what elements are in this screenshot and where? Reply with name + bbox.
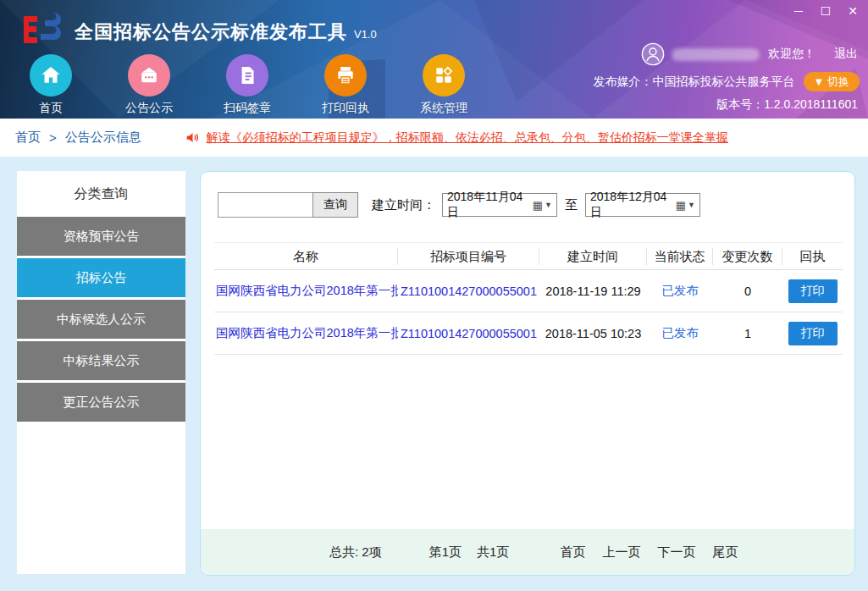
close-icon[interactable]: ✕ [846, 3, 860, 19]
main-nav: 首页 公告公示 [2, 54, 493, 116]
home-icon [30, 54, 72, 97]
date-to-picker[interactable]: 2018年12月04日 ▦ ▼ [585, 193, 700, 217]
change-count: 1 [713, 327, 782, 340]
pagination-last-button[interactable]: 尾页 [712, 544, 738, 561]
column-header-created: 建立时间 [539, 248, 647, 265]
app-title: 全国招标公告公示标准发布工具 [75, 19, 347, 45]
welcome-text: 欢迎您！ [768, 47, 815, 62]
announcement-icon [128, 54, 170, 97]
sidebar-title: 分类查询 [17, 171, 185, 217]
column-header-project-no: 招标项目编号 [398, 248, 539, 265]
notice-link[interactable]: 解读《必须招标的工程项目规定》，招标限额、依法必招、总承包、分包、暂估价招标一堂… [207, 130, 728, 146]
date-to-value: 2018年12月04日 [590, 190, 676, 220]
pagination-first-button[interactable]: 首页 [560, 544, 585, 561]
version-value: 1.2.0.2018111601 [764, 97, 858, 111]
maximize-icon[interactable]: ☐ [819, 3, 832, 19]
sidebar-item-candidate-publicity[interactable]: 中标候选人公示 [17, 300, 185, 339]
date-to-label: 至 [565, 197, 578, 213]
publish-media-row: 发布媒介： 中国招标投标公共服务平台 ▼ 切换 [594, 72, 860, 91]
category-sidebar: 分类查询 资格预审公告 招标公告 中标候选人公示 中标结果公示 更正公告公示 [17, 171, 185, 574]
created-time: 2018-11-05 10:23 [539, 327, 647, 340]
breadcrumb-current: 公告公示信息 [65, 130, 141, 146]
date-range-label: 建立时间： [372, 197, 435, 213]
nav-label: 打印回执 [322, 101, 369, 116]
title-wrap: 全国招标公告公示标准发布工具 V1.0 [75, 19, 377, 45]
date-from-picker[interactable]: 2018年11月04日 ▦ ▼ [442, 193, 557, 217]
scan-sign-icon [226, 54, 268, 97]
pagination-bar: 总共: 2项 第1页 共1页 首页 上一页 下一页 尾页 [201, 529, 854, 575]
table-header-row: 名称 招标项目编号 建立时间 当前状态 变更次数 回执 [214, 242, 843, 270]
breadcrumb-home[interactable]: 首页 [15, 130, 41, 146]
search-button[interactable]: 查询 [312, 192, 358, 218]
window-controls: ─ ☐ ✕ [792, 3, 860, 19]
pagination-current-page: 第1页 [429, 544, 462, 561]
version-row: 版本号：1.2.0.2018111601 [716, 97, 858, 113]
switch-media-button[interactable]: ▼ 切换 [804, 72, 860, 91]
project-number-link[interactable]: Z1101001427000055001 [398, 284, 539, 298]
speaker-icon [185, 130, 200, 145]
table-row: 国网陕西省电力公司2018年第一批... Z110100142700005500… [214, 312, 843, 355]
pagination-prev-button[interactable]: 上一页 [602, 544, 640, 561]
status-badge: 已发布 [647, 283, 713, 299]
column-header-changes: 变更次数 [713, 248, 782, 265]
status-badge: 已发布 [647, 325, 713, 341]
minimize-icon[interactable]: ─ [792, 3, 805, 19]
change-count: 0 [713, 284, 782, 298]
sidebar-item-correction[interactable]: 更正公告公示 [17, 383, 185, 422]
calendar-icon: ▦ [676, 199, 686, 212]
pagination-total: 总共: 2项 [329, 544, 382, 561]
app-version: V1.0 [354, 28, 377, 41]
date-from-value: 2018年11月04日 [447, 190, 533, 220]
column-header-name: 名称 [214, 248, 398, 265]
table-row: 国网陕西省电力公司2018年第一批... Z110100142700005500… [214, 270, 843, 312]
sidebar-item-result-publicity[interactable]: 中标结果公示 [17, 341, 185, 380]
nav-label: 公告公示 [125, 101, 173, 116]
print-button[interactable]: 打印 [788, 279, 838, 303]
nav-item-system-manage[interactable]: 系统管理 [395, 54, 493, 116]
calendar-icon: ▦ [533, 199, 543, 212]
nav-label: 首页 [39, 101, 63, 116]
breadcrumb: 首页 > 公告公示信息 [15, 130, 141, 146]
filter-row: 查询 建立时间： 2018年11月04日 ▦ ▼ 至 2018年12月04日 ▦… [218, 192, 700, 218]
nav-item-announcements[interactable]: 公告公示 [100, 54, 198, 116]
print-button[interactable]: 打印 [788, 322, 838, 345]
pagination-total-pages: 共1页 [477, 544, 509, 561]
breadcrumb-separator: > [49, 130, 57, 145]
system-grid-icon [423, 54, 465, 97]
avatar-icon [641, 42, 665, 66]
main-panel: 查询 建立时间： 2018年11月04日 ▦ ▼ 至 2018年12月04日 ▦… [200, 171, 855, 576]
app-header: ─ ☐ ✕ 全国招标公告公示标准发布工具 V1.0 首页 [0, 0, 868, 119]
user-row: 欢迎您！ 退出 [641, 42, 860, 66]
printer-icon [324, 54, 367, 97]
notice-banner: 解读《必须招标的工程项目规定》，招标限额、依法必招、总承包、分包、暂估价招标一堂… [185, 130, 728, 146]
announcement-name-link[interactable]: 国网陕西省电力公司2018年第一批... [214, 325, 398, 341]
breadcrumb-bar: 首页 > 公告公示信息 解读《必须招标的工程项目规定》，招标限额、依法必招、总承… [0, 119, 868, 157]
created-time: 2018-11-19 11:29 [539, 284, 647, 298]
nav-item-print-receipt[interactable]: 打印回执 [296, 54, 395, 116]
publish-media-label: 发布媒介： [594, 75, 653, 90]
sidebar-item-bid-announcement[interactable]: 招标公告 [17, 258, 185, 297]
nav-item-scan-sign[interactable]: 扫码签章 [198, 54, 296, 116]
results-table: 名称 招标项目编号 建立时间 当前状态 变更次数 回执 国网陕西省电力公司201… [214, 242, 843, 355]
nav-label: 扫码签章 [224, 101, 271, 116]
nav-item-home[interactable]: 首页 [2, 54, 100, 116]
logout-button[interactable]: 退出 [834, 47, 858, 62]
chevron-down-icon: ▼ [545, 201, 552, 209]
app-logo [17, 11, 66, 48]
announcement-name-link[interactable]: 国网陕西省电力公司2018年第一批... [214, 283, 398, 299]
pagination-next-button[interactable]: 下一页 [657, 544, 695, 561]
version-label: 版本号： [716, 97, 764, 111]
project-number-link[interactable]: Z1101001427000055001 [398, 327, 539, 340]
publish-media-value: 中国招标投标公共服务平台 [653, 75, 795, 90]
column-header-receipt: 回执 [782, 248, 843, 265]
column-header-status: 当前状态 [647, 248, 713, 265]
username-redacted [672, 48, 760, 61]
chevron-down-icon: ▼ [688, 201, 695, 209]
sidebar-item-prequalification[interactable]: 资格预审公告 [17, 217, 185, 256]
user-info-block: 欢迎您！ 退出 发布媒介： 中国招标投标公共服务平台 ▼ 切换 版本号：1.2.… [594, 42, 860, 113]
nav-label: 系统管理 [420, 101, 467, 116]
search-input[interactable] [218, 192, 312, 218]
